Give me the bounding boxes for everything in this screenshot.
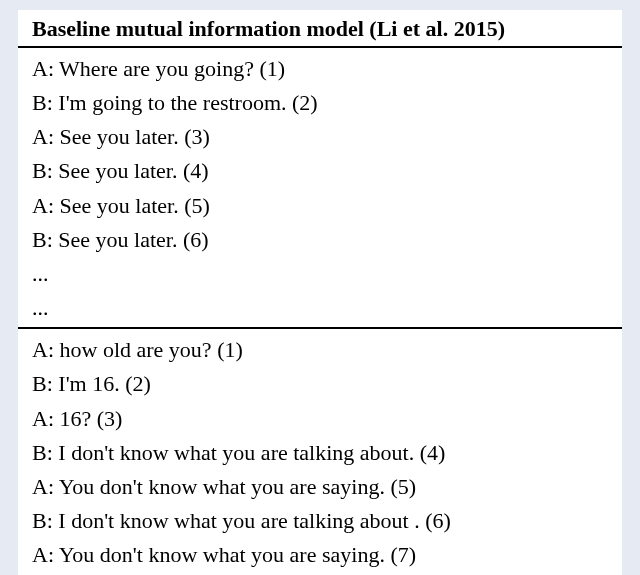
dialogue-table: Baseline mutual information model (Li et… — [18, 10, 622, 575]
utterance-text: You don't know what you are saying. — [59, 474, 385, 499]
turn-number: (2) — [292, 90, 318, 115]
dialogue-line: B: See you later. (6) — [32, 223, 608, 257]
speaker-label: A — [32, 406, 48, 431]
utterance-text: I'm 16. — [58, 371, 119, 396]
speaker-label: B — [32, 508, 47, 533]
turn-number: (5) — [184, 193, 210, 218]
speaker-label: B — [32, 227, 47, 252]
utterance-text: how old are you? — [60, 337, 212, 362]
dialogue-line: B: I don't know what you are talking abo… — [32, 436, 608, 470]
turn-number: (1) — [259, 56, 285, 81]
dialogue-section-1: A: Where are you going? (1) B: I'm going… — [18, 48, 622, 329]
utterance-text: You don't know what you are saying. — [59, 542, 385, 567]
turn-number: (5) — [390, 474, 416, 499]
utterance-text: See you later. — [58, 227, 177, 252]
speaker-label: B — [32, 440, 47, 465]
dialogue-line: B: I'm going to the restroom. (2) — [32, 86, 608, 120]
speaker-label: A — [32, 193, 48, 218]
turn-number: (7) — [390, 542, 416, 567]
dialogue-line: A: You don't know what you are saying. (… — [32, 470, 608, 504]
dialogue-line: B: I'm 16. (2) — [32, 367, 608, 401]
dialogue-line: A: See you later. (3) — [32, 120, 608, 154]
speaker-label: A — [32, 124, 48, 149]
turn-number: (3) — [97, 406, 123, 431]
speaker-label: A — [32, 56, 48, 81]
dialogue-line: B: See you later. (4) — [32, 154, 608, 188]
ellipsis: ... — [32, 257, 608, 291]
dialogue-line: A: 16? (3) — [32, 402, 608, 436]
turn-number: (3) — [184, 124, 210, 149]
turn-number: (4) — [420, 440, 446, 465]
turn-number: (6) — [425, 508, 451, 533]
speaker-label: A — [32, 337, 48, 362]
utterance-text: See you later. — [60, 193, 179, 218]
ellipsis: ... — [32, 291, 608, 325]
speaker-label: A — [32, 542, 48, 567]
dialogue-line: B: I don't know what you are talking abo… — [32, 504, 608, 538]
speaker-label: B — [32, 158, 47, 183]
dialogue-line: A: how old are you? (1) — [32, 333, 608, 367]
utterance-text: I don't know what you are talking about. — [58, 440, 414, 465]
turn-number: (1) — [217, 337, 243, 362]
dialogue-line: A: You don't know what you are saying. (… — [32, 538, 608, 572]
dialogue-line: A: See you later. (5) — [32, 189, 608, 223]
utterance-text: See you later. — [60, 124, 179, 149]
speaker-label: B — [32, 90, 47, 115]
utterance-text: See you later. — [58, 158, 177, 183]
turn-number: (6) — [183, 227, 209, 252]
dialogue-section-2: A: how old are you? (1) B: I'm 16. (2) A… — [18, 329, 622, 575]
dialogue-line: A: Where are you going? (1) — [32, 52, 608, 86]
turn-number: (2) — [125, 371, 151, 396]
turn-number: (4) — [183, 158, 209, 183]
speaker-label: B — [32, 371, 47, 396]
utterance-text: 16? — [60, 406, 92, 431]
utterance-text: I'm going to the restroom. — [58, 90, 286, 115]
table-header: Baseline mutual information model (Li et… — [18, 10, 622, 48]
utterance-text: Where are you going? — [59, 56, 254, 81]
utterance-text: I don't know what you are talking about … — [58, 508, 419, 533]
speaker-label: A — [32, 474, 48, 499]
